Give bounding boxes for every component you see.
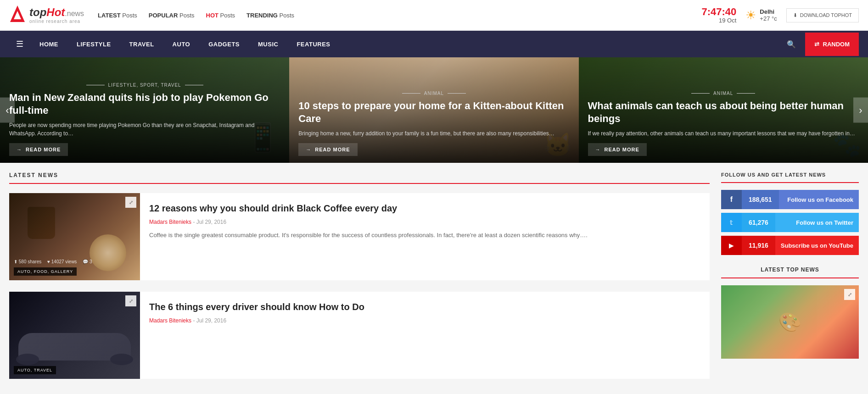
nav-link-hot[interactable]: HOT Posts [206,12,235,19]
navbar-item-lifestyle[interactable]: LIFESTYLE [67,33,120,56]
slide-3-content: ANIMAL What animals can teach us about b… [579,84,868,163]
hero-slide-2: 🐱 ANIMAL 10 steps to prepare your home f… [289,57,578,163]
download-icon: ⬇ [793,12,797,18]
slide-1-title: Man in New Zealand quits his job to play… [9,91,280,117]
news-item-2-tag: AUTO, TRAVEL [14,366,56,374]
navbar-item-music[interactable]: MUSIC [249,33,287,56]
latest-news-section: LATEST NEWS AUTO, FOOD, GALLERY ⤢ ⬆ 580 … [9,172,710,390]
slider-prev-button[interactable]: ‹ [0,98,15,123]
logo-ext: .news [65,10,84,17]
facebook-count: 188,651 [742,190,779,209]
navbar-item-auto[interactable]: AUTO [163,33,200,56]
follow-section: FOLLOW US AND GET LATEST NEWS f 188,651 … [721,172,859,255]
news-item-1-title[interactable]: 12 reasons why you should drink Black Co… [149,202,700,214]
navbar-item-features[interactable]: FEATURES [287,33,339,56]
twitter-button[interactable]: 𝕥 61,276 Follow us on Twitter [721,213,859,232]
latest-news-title: LATEST NEWS [9,172,710,184]
news-item-2: AUTO, TRAVEL ⤢ The 6 things every driver… [9,292,710,379]
news-item-2-meta: The 6 things every driver should know Ho… [140,292,710,379]
news-item-1-stats: ⬆ 580 shares ♥ 14027 views 💬 3 [14,259,92,264]
youtube-count: 11,916 [742,236,775,255]
logo-text: topHot.news online research area [29,6,84,23]
news-item-1-tag: AUTO, FOOD, GALLERY [14,267,77,276]
slider-next-button[interactable]: › [853,98,868,123]
slide-3-readmore[interactable]: → READ MORE [588,143,647,156]
slide-3-desc: If we really pay attention, other animal… [588,129,859,138]
nav-link-latest[interactable]: LATEST Posts [98,12,137,19]
slide-2-readmore[interactable]: → READ MORE [298,143,357,156]
top-nav-links: LATEST Posts POPULAR Posts HOT Posts TRE… [98,12,294,19]
nav-link-popular[interactable]: POPULAR Posts [149,12,195,19]
news-item-1-author: Madars Bitenieks - Jul 29, 2016 [149,219,700,225]
sidebar: FOLLOW US AND GET LATEST NEWS f 188,651 … [721,172,859,390]
slide-3-title: What animals can teach us about being be… [588,100,859,126]
hero-slider: ‹ 📱 LIFESTYLE, SPORT, TRAVEL Man in New … [0,57,868,163]
news-item-2-link-icon[interactable]: ⤢ [125,295,136,306]
slide-1-readmore[interactable]: → READ MORE [9,143,68,156]
news-item-1-link-icon[interactable]: ⤢ [125,197,136,208]
logo-area: topHot.news online research area [9,5,84,26]
main-content: LATEST NEWS AUTO, FOOD, GALLERY ⤢ ⬆ 580 … [0,163,868,394]
facebook-button[interactable]: f 188,651 Follow us on Facebook [721,190,859,209]
youtube-button[interactable]: ▶ 11,916 Subscribe us on YouTube [721,236,859,255]
city-name: Delhi [760,8,777,15]
twitter-icon: 𝕥 [721,213,742,232]
download-label: DOWNLOAD TOPHOT [800,12,852,18]
logo-subtitle: online research area [29,19,84,24]
news-item-1-excerpt: Coffee is the single greatest consumable… [149,231,700,240]
logo-name-bold: top [29,6,46,18]
slide-2-category: ANIMAL [298,91,569,96]
time-value: 7:47:40 [702,7,737,17]
news-item-2-thumb: AUTO, TRAVEL ⤢ [9,292,140,379]
slide-2-title: 10 steps to prepare your home for a Kitt… [298,100,569,126]
navbar: ☰ HOME LIFESTYLE TRAVEL AUTO GADGETS MUS… [0,31,868,57]
youtube-label: Subscribe us on YouTube [775,236,859,255]
random-icon: ⇄ [814,41,819,48]
nav-link-trending[interactable]: TRENDING Posts [246,12,294,19]
temperature: +27 °c [760,15,777,22]
twitter-label: Follow us on Twitter [775,213,859,232]
youtube-icon: ▶ [721,236,742,255]
slide-1-category: LIFESTYLE, SPORT, TRAVEL [9,83,280,88]
weather-info: ☀ Delhi +27 °c [745,8,777,22]
slide-2-content: ANIMAL 10 steps to prepare your home for… [289,84,578,163]
latest-top-link-icon[interactable]: ⤢ [844,289,855,300]
random-button[interactable]: ⇄ RANDOM [805,33,859,56]
random-label: RANDOM [823,41,850,48]
facebook-icon: f [721,190,742,209]
latest-top-image[interactable]: 🎨 ⤢ [721,285,859,359]
weather-text: Delhi +27 °c [760,8,777,22]
news-item-1-meta: 12 reasons why you should drink Black Co… [140,193,710,280]
date-value: 19 Oct [702,17,737,24]
download-button[interactable]: ⬇ DOWNLOAD TOPHOT [786,8,859,22]
header-right: 7:47:40 19 Oct ☀ Delhi +27 °c ⬇ DOWNLOAD… [702,7,859,24]
slide-2-desc: Bringing home a new, furry addition to y… [298,129,569,138]
search-icon-button[interactable]: 🔍 [778,32,805,57]
news-item-2-title[interactable]: The 6 things every driver should know Ho… [149,301,700,313]
navbar-item-gadgets[interactable]: GADGETS [199,33,249,56]
facebook-label: Follow us on Facebook [779,190,859,209]
news-item-2-author: Madars Bitenieks - Jul 29, 2016 [149,317,700,324]
navbar-item-home[interactable]: HOME [30,33,67,56]
hamburger-button[interactable]: ☰ [9,31,30,57]
sun-icon: ☀ [745,8,756,22]
slide-1-desc: People are now spending more time playin… [9,121,280,138]
hero-slide-1: 📱 LIFESTYLE, SPORT, TRAVEL Man in New Ze… [0,57,289,163]
follow-title: FOLLOW US AND GET LATEST NEWS [721,172,859,183]
logo-name-hot: Hot [46,6,65,18]
latest-top-section: LATEST TOP NEWS 🎨 ⤢ [721,266,859,359]
logo-triangle-icon [9,5,26,26]
latest-top-title: LATEST TOP NEWS [721,266,859,278]
slide-3-category: ANIMAL [588,91,859,96]
news-item-1-thumb: AUTO, FOOD, GALLERY ⤢ ⬆ 580 shares ♥ 140… [9,193,140,280]
navbar-item-travel[interactable]: TRAVEL [120,33,163,56]
news-item-1: AUTO, FOOD, GALLERY ⤢ ⬆ 580 shares ♥ 140… [9,193,710,280]
slide-1-content: LIFESTYLE, SPORT, TRAVEL Man in New Zeal… [0,76,289,163]
time-display: 7:47:40 19 Oct [702,7,737,24]
twitter-count: 61,276 [742,213,775,232]
hero-slide-3: 🐾 ANIMAL What animals can teach us about… [579,57,868,163]
header: topHot.news online research area LATEST … [0,0,868,31]
